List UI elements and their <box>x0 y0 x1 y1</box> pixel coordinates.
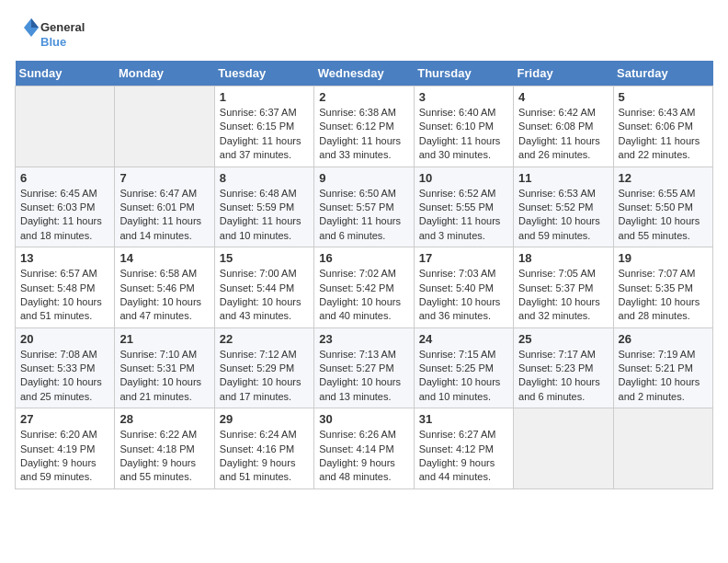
day-number: 15 <box>220 251 309 265</box>
calendar-cell: 5Sunrise: 6:43 AMSunset: 6:06 PMDaylight… <box>613 86 712 167</box>
day-number: 16 <box>319 251 408 265</box>
calendar-cell: 17Sunrise: 7:03 AMSunset: 5:40 PMDayligh… <box>414 247 513 328</box>
day-number: 25 <box>518 332 608 346</box>
calendar-cell: 20Sunrise: 7:08 AMSunset: 5:33 PMDayligh… <box>16 327 115 408</box>
day-info: Sunrise: 7:10 AMSunset: 5:31 PMDaylight:… <box>119 348 209 405</box>
day-number: 22 <box>220 332 309 346</box>
calendar-cell: 8Sunrise: 6:48 AMSunset: 5:59 PMDaylight… <box>214 167 313 247</box>
calendar-cell: 10Sunrise: 6:52 AMSunset: 5:55 PMDayligh… <box>414 167 513 247</box>
logo-svg: General Blue <box>15 15 88 52</box>
calendar-cell: 30Sunrise: 6:26 AMSunset: 4:14 PMDayligh… <box>314 408 414 489</box>
logo: General Blue <box>15 15 88 52</box>
calendar-cell: 31Sunrise: 6:27 AMSunset: 4:12 PMDayligh… <box>414 408 513 489</box>
svg-text:General: General <box>40 20 85 34</box>
calendar-cell: 7Sunrise: 6:47 AMSunset: 6:01 PMDaylight… <box>115 167 214 247</box>
calendar-cell: 27Sunrise: 6:20 AMSunset: 4:19 PMDayligh… <box>16 408 115 489</box>
week-row-4: 20Sunrise: 7:08 AMSunset: 5:33 PMDayligh… <box>16 327 713 408</box>
day-info: Sunrise: 6:50 AMSunset: 5:57 PMDaylight:… <box>319 187 408 244</box>
day-info: Sunrise: 6:42 AMSunset: 6:08 PMDaylight:… <box>518 106 608 163</box>
day-number: 19 <box>619 251 708 265</box>
day-info: Sunrise: 7:15 AMSunset: 5:25 PMDaylight:… <box>419 348 508 405</box>
calendar-cell: 19Sunrise: 7:07 AMSunset: 5:35 PMDayligh… <box>613 247 712 328</box>
day-info: Sunrise: 6:40 AMSunset: 6:10 PMDaylight:… <box>419 106 508 163</box>
calendar-cell: 11Sunrise: 6:53 AMSunset: 5:52 PMDayligh… <box>514 167 613 247</box>
day-number: 10 <box>419 171 508 185</box>
calendar-cell: 23Sunrise: 7:13 AMSunset: 5:27 PMDayligh… <box>314 327 414 408</box>
day-info: Sunrise: 6:48 AMSunset: 5:59 PMDaylight:… <box>220 187 309 244</box>
day-info: Sunrise: 7:05 AMSunset: 5:37 PMDaylight:… <box>518 267 608 324</box>
day-info: Sunrise: 6:53 AMSunset: 5:52 PMDaylight:… <box>518 187 608 244</box>
day-info: Sunrise: 6:37 AMSunset: 6:15 PMDaylight:… <box>220 106 309 163</box>
day-number: 11 <box>518 171 608 185</box>
weekday-header-monday: Monday <box>115 61 214 86</box>
day-info: Sunrise: 6:38 AMSunset: 6:12 PMDaylight:… <box>319 106 408 163</box>
day-info: Sunrise: 6:24 AMSunset: 4:16 PMDaylight:… <box>220 428 309 485</box>
day-number: 31 <box>419 412 508 426</box>
calendar-cell: 13Sunrise: 6:57 AMSunset: 5:48 PMDayligh… <box>16 247 115 328</box>
weekday-header-row: SundayMondayTuesdayWednesdayThursdayFrid… <box>16 61 713 86</box>
day-number: 9 <box>319 171 408 185</box>
day-number: 28 <box>119 412 209 426</box>
weekday-header-thursday: Thursday <box>414 61 513 86</box>
calendar-cell: 14Sunrise: 6:58 AMSunset: 5:46 PMDayligh… <box>115 247 214 328</box>
day-info: Sunrise: 7:19 AMSunset: 5:21 PMDaylight:… <box>619 348 708 405</box>
day-number: 27 <box>20 412 109 426</box>
calendar-cell: 22Sunrise: 7:12 AMSunset: 5:29 PMDayligh… <box>214 327 313 408</box>
svg-text:Blue: Blue <box>40 35 66 49</box>
calendar-cell: 9Sunrise: 6:50 AMSunset: 5:57 PMDaylight… <box>314 167 414 247</box>
day-number: 8 <box>220 171 309 185</box>
week-row-2: 6Sunrise: 6:45 AMSunset: 6:03 PMDaylight… <box>16 167 713 247</box>
calendar-cell: 28Sunrise: 6:22 AMSunset: 4:18 PMDayligh… <box>115 408 214 489</box>
day-info: Sunrise: 6:45 AMSunset: 6:03 PMDaylight:… <box>20 187 109 244</box>
day-info: Sunrise: 7:03 AMSunset: 5:40 PMDaylight:… <box>419 267 508 324</box>
day-info: Sunrise: 6:26 AMSunset: 4:14 PMDaylight:… <box>319 428 408 485</box>
calendar-cell: 18Sunrise: 7:05 AMSunset: 5:37 PMDayligh… <box>514 247 613 328</box>
weekday-header-friday: Friday <box>514 61 613 86</box>
calendar-cell: 6Sunrise: 6:45 AMSunset: 6:03 PMDaylight… <box>16 167 115 247</box>
day-number: 14 <box>119 251 209 265</box>
day-info: Sunrise: 7:12 AMSunset: 5:29 PMDaylight:… <box>220 348 309 405</box>
day-info: Sunrise: 7:07 AMSunset: 5:35 PMDaylight:… <box>619 267 708 324</box>
calendar-cell: 4Sunrise: 6:42 AMSunset: 6:08 PMDaylight… <box>514 86 613 167</box>
day-info: Sunrise: 7:02 AMSunset: 5:42 PMDaylight:… <box>319 267 408 324</box>
week-row-1: 1Sunrise: 6:37 AMSunset: 6:15 PMDaylight… <box>16 86 713 167</box>
day-number: 12 <box>619 171 708 185</box>
day-number: 20 <box>20 332 109 346</box>
calendar-cell: 26Sunrise: 7:19 AMSunset: 5:21 PMDayligh… <box>613 327 712 408</box>
calendar-cell: 12Sunrise: 6:55 AMSunset: 5:50 PMDayligh… <box>613 167 712 247</box>
day-number: 29 <box>220 412 309 426</box>
day-info: Sunrise: 6:22 AMSunset: 4:18 PMDaylight:… <box>119 428 209 485</box>
day-info: Sunrise: 7:17 AMSunset: 5:23 PMDaylight:… <box>518 348 608 405</box>
day-info: Sunrise: 6:20 AMSunset: 4:19 PMDaylight:… <box>20 428 109 485</box>
day-number: 2 <box>319 90 408 104</box>
calendar-cell: 1Sunrise: 6:37 AMSunset: 6:15 PMDaylight… <box>214 86 313 167</box>
day-number: 23 <box>319 332 408 346</box>
day-number: 24 <box>419 332 508 346</box>
calendar-cell: 21Sunrise: 7:10 AMSunset: 5:31 PMDayligh… <box>115 327 214 408</box>
weekday-header-saturday: Saturday <box>613 61 712 86</box>
day-number: 6 <box>20 171 109 185</box>
day-number: 17 <box>419 251 508 265</box>
header: General Blue <box>15 15 713 52</box>
day-number: 13 <box>20 251 109 265</box>
day-number: 1 <box>220 90 309 104</box>
calendar-cell: 25Sunrise: 7:17 AMSunset: 5:23 PMDayligh… <box>514 327 613 408</box>
day-number: 4 <box>518 90 608 104</box>
day-info: Sunrise: 6:47 AMSunset: 6:01 PMDaylight:… <box>119 187 209 244</box>
day-number: 3 <box>419 90 508 104</box>
day-number: 21 <box>119 332 209 346</box>
calendar-cell <box>115 86 214 167</box>
day-info: Sunrise: 6:58 AMSunset: 5:46 PMDaylight:… <box>119 267 209 324</box>
calendar-cell <box>514 408 613 489</box>
calendar-cell: 29Sunrise: 6:24 AMSunset: 4:16 PMDayligh… <box>214 408 313 489</box>
day-number: 5 <box>619 90 708 104</box>
calendar-cell: 3Sunrise: 6:40 AMSunset: 6:10 PMDaylight… <box>414 86 513 167</box>
calendar-cell: 24Sunrise: 7:15 AMSunset: 5:25 PMDayligh… <box>414 327 513 408</box>
day-info: Sunrise: 6:57 AMSunset: 5:48 PMDaylight:… <box>20 267 109 324</box>
calendar-cell <box>613 408 712 489</box>
calendar-cell: 2Sunrise: 6:38 AMSunset: 6:12 PMDaylight… <box>314 86 414 167</box>
day-number: 18 <box>518 251 608 265</box>
day-info: Sunrise: 7:08 AMSunset: 5:33 PMDaylight:… <box>20 348 109 405</box>
week-row-5: 27Sunrise: 6:20 AMSunset: 4:19 PMDayligh… <box>16 408 713 489</box>
week-row-3: 13Sunrise: 6:57 AMSunset: 5:48 PMDayligh… <box>16 247 713 328</box>
